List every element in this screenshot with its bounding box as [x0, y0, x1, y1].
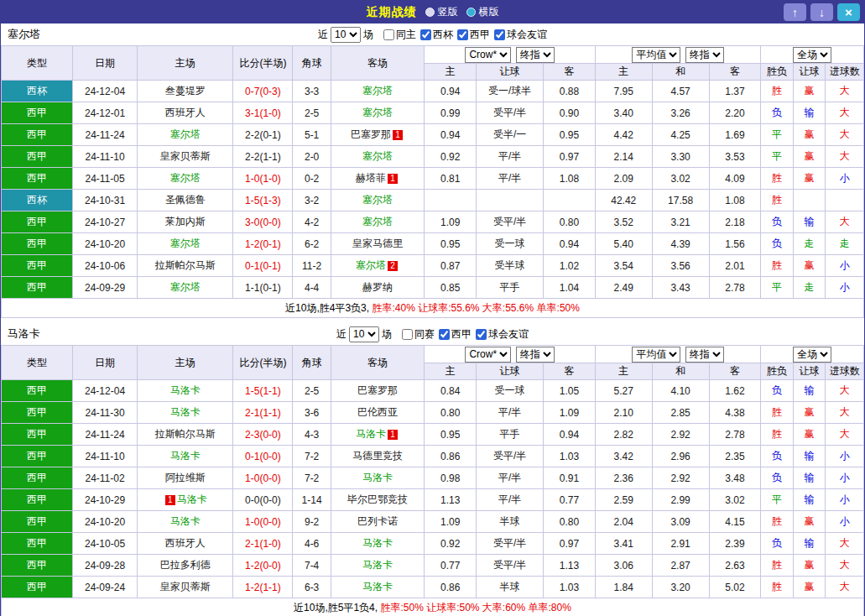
score-cell[interactable]: 1-2(1-1): [233, 577, 293, 598]
score-cell[interactable]: 0-7(0-3): [233, 81, 293, 102]
score-cell[interactable]: 1-0(1-0): [233, 168, 293, 190]
odds-time-select[interactable]: 终指: [516, 347, 555, 363]
col-odds-away: 客: [544, 64, 596, 81]
home-team-link[interactable]: 巴拉多利德: [160, 559, 211, 571]
average-time-select[interactable]: 终指: [685, 47, 724, 63]
score-cell[interactable]: 1-0(0-0): [233, 467, 293, 489]
checkbox-input[interactable]: [439, 329, 450, 340]
layout-vertical-radio[interactable]: 竖版: [425, 5, 458, 19]
odds-provider-select[interactable]: Crow*: [465, 347, 511, 363]
score-cell[interactable]: 1-2(0-0): [233, 555, 293, 577]
home-team-link[interactable]: 塞尔塔: [170, 281, 201, 293]
home-team-link[interactable]: 马洛卡: [170, 406, 201, 418]
average-select[interactable]: 平均值: [632, 347, 680, 363]
average-time-select[interactable]: 终指: [685, 347, 724, 363]
filter-checkbox[interactable]: 球会友谊: [494, 28, 547, 42]
score-cell[interactable]: 2-3(0-0): [233, 424, 293, 446]
away-team-link[interactable]: 塞尔塔: [362, 150, 393, 162]
home-team-link[interactable]: 马洛卡: [177, 493, 207, 505]
away-team-link[interactable]: 巴列卡诺: [357, 515, 398, 527]
home-team-link[interactable]: 皇家贝蒂斯: [160, 581, 211, 593]
score-cell[interactable]: 3-0(0-0): [233, 211, 293, 233]
home-team-link[interactable]: 皇家贝蒂斯: [160, 150, 211, 162]
col-avg-draw: 和: [652, 64, 709, 81]
close-button[interactable]: ×: [837, 3, 860, 21]
filter-checkbox[interactable]: 西甲: [457, 28, 490, 42]
away-team-link[interactable]: 马洛卡: [362, 472, 393, 483]
filter-checkbox[interactable]: 同主: [383, 28, 416, 42]
home-team-link[interactable]: 莱加内斯: [165, 216, 206, 227]
away-team-link[interactable]: 塞尔塔: [362, 85, 393, 97]
home-team-link[interactable]: 塞尔塔: [170, 128, 201, 140]
filter-checkbox[interactable]: 球会友谊: [476, 327, 529, 342]
home-team-link[interactable]: 西班牙人: [165, 537, 206, 549]
away-team-link[interactable]: 赫塔菲: [356, 172, 386, 184]
score-cell[interactable]: 0-1(0-1): [233, 255, 293, 277]
away-team-link[interactable]: 塞尔塔: [362, 107, 393, 118]
recent-count-select[interactable]: 10: [331, 27, 361, 43]
home-team-link[interactable]: 马洛卡: [170, 515, 201, 527]
corner-cell: 3-2: [293, 190, 331, 211]
result-wdl: 胜: [761, 81, 793, 102]
avg-home-odds: 2.10: [595, 402, 652, 424]
score-cell[interactable]: 2-2(1-1): [233, 146, 293, 168]
scope-select[interactable]: 全场: [793, 347, 831, 363]
odds-provider-select[interactable]: Crow*: [465, 47, 511, 63]
recent-count-select[interactable]: 10: [349, 326, 379, 342]
checkbox-input[interactable]: [383, 29, 394, 40]
home-team-link[interactable]: 塞尔塔: [170, 238, 201, 249]
score-cell[interactable]: 0-0(0-0): [233, 489, 293, 511]
away-team-link[interactable]: 塞尔塔: [362, 216, 393, 227]
home-team-link[interactable]: 马洛卡: [170, 384, 201, 396]
odds-time-select[interactable]: 终指: [516, 47, 555, 63]
checkbox-input[interactable]: [494, 29, 505, 40]
away-team-link[interactable]: 马洛卡: [362, 537, 393, 549]
away-team-link[interactable]: 塞尔塔: [356, 259, 386, 271]
checkbox-input[interactable]: [402, 329, 413, 340]
home-team-link[interactable]: 拉斯帕尔马斯: [155, 428, 216, 440]
away-team-link[interactable]: 皇家马德里: [352, 238, 403, 249]
filter-checkbox[interactable]: 西甲: [439, 327, 472, 342]
away-team-link[interactable]: 巴塞罗那: [357, 384, 398, 396]
score-cell[interactable]: 1-2(0-1): [233, 233, 293, 255]
away-team-link[interactable]: 毕尔巴鄂竞技: [347, 493, 408, 505]
away-team-link[interactable]: 巴塞罗那: [351, 128, 391, 140]
home-team-link[interactable]: 圣佩德鲁: [165, 194, 206, 206]
home-team-link[interactable]: 阿拉维斯: [165, 472, 206, 483]
score-cell[interactable]: 2-1(1-0): [233, 533, 293, 555]
score-cell[interactable]: 1-5(1-3): [233, 190, 293, 211]
handicap-away-odds: 1.05: [544, 380, 596, 402]
away-team-link[interactable]: 马德里竞技: [352, 450, 403, 462]
home-team-link[interactable]: 叁蔓堤罗: [165, 85, 206, 97]
col-odds-away: 客: [544, 363, 596, 380]
average-select[interactable]: 平均值: [632, 47, 680, 63]
scope-select[interactable]: 全场: [793, 47, 831, 63]
away-team-link[interactable]: 赫罗纳: [362, 281, 393, 293]
score-cell[interactable]: 1-0(0-0): [233, 511, 293, 533]
home-team-link[interactable]: 西班牙人: [165, 107, 206, 118]
score-cell[interactable]: 2-2(0-1): [233, 124, 293, 146]
checkbox-input[interactable]: [457, 29, 468, 40]
move-up-button[interactable]: ↑: [784, 3, 806, 21]
away-team-link[interactable]: 巴伦西亚: [357, 406, 398, 418]
layout-horizontal-radio[interactable]: 横版: [466, 5, 499, 19]
home-team-link[interactable]: 拉斯帕尔马斯: [155, 259, 216, 271]
score-cell[interactable]: 3-1(1-0): [233, 102, 293, 124]
score-cell[interactable]: 1-5(1-1): [233, 380, 293, 402]
score-cell[interactable]: 2-1(1-1): [233, 402, 293, 424]
away-team-link[interactable]: 马洛卡: [356, 428, 386, 440]
home-team-link[interactable]: 马洛卡: [170, 450, 201, 462]
filter-checkbox[interactable]: 西杯: [420, 28, 453, 42]
away-team-link[interactable]: 马洛卡: [362, 559, 393, 571]
checkbox-input[interactable]: [476, 329, 487, 340]
checkbox-input[interactable]: [420, 29, 431, 40]
home-team-link[interactable]: 塞尔塔: [170, 172, 201, 184]
move-down-button[interactable]: ↓: [810, 3, 833, 21]
handicap-away-odds: 1.13: [544, 555, 596, 577]
avg-draw-odds: 2.85: [652, 402, 709, 424]
score-cell[interactable]: 0-1(0-0): [233, 446, 293, 467]
filter-checkbox[interactable]: 同赛: [402, 327, 435, 342]
away-team-link[interactable]: 马洛卡: [362, 581, 393, 593]
score-cell[interactable]: 1-1(0-1): [233, 277, 293, 299]
away-team-link[interactable]: 塞尔塔: [362, 194, 393, 206]
